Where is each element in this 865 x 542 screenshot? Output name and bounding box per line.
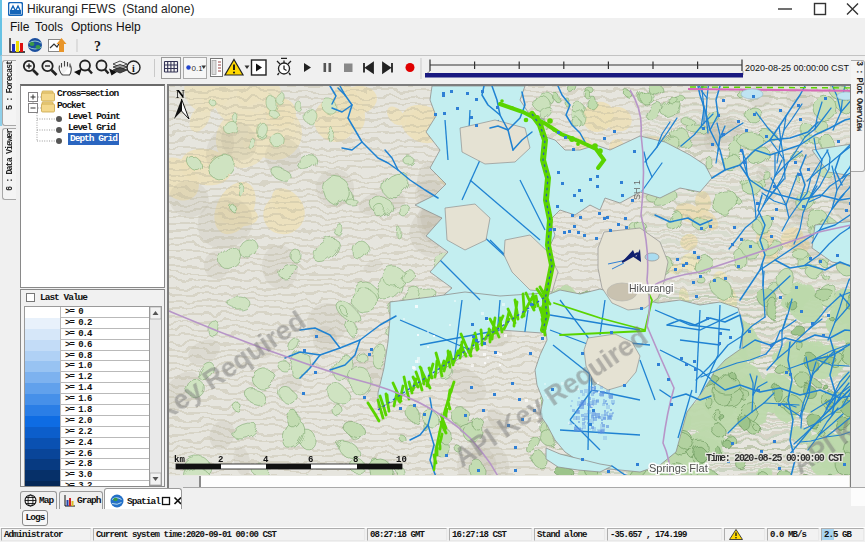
svg-text:6: 6	[308, 455, 313, 465]
svg-text:?: ?	[94, 39, 101, 54]
svg-text:Hikurangi: Hikurangi	[629, 282, 673, 294]
svg-text:10: 10	[396, 455, 407, 465]
svg-text:Springs Flat: Springs Flat	[649, 462, 708, 474]
svg-text:SH 1: SH 1	[632, 180, 642, 200]
svg-text:8: 8	[353, 455, 358, 465]
svg-text:4: 4	[263, 455, 269, 465]
svg-text:N: N	[176, 87, 185, 101]
svg-text:Time: 2020-08-25 00:00:00 CST: Time: 2020-08-25 00:00:00 CST	[706, 453, 844, 464]
svg-text:2020-08-25 00:00:00 CST: 2020-08-25 00:00:00 CST	[745, 63, 850, 73]
svg-text:2: 2	[218, 455, 223, 465]
svg-text:km: km	[174, 455, 185, 465]
svg-text:i: i	[132, 63, 135, 74]
svg-text:0.1: 0.1	[192, 64, 204, 73]
